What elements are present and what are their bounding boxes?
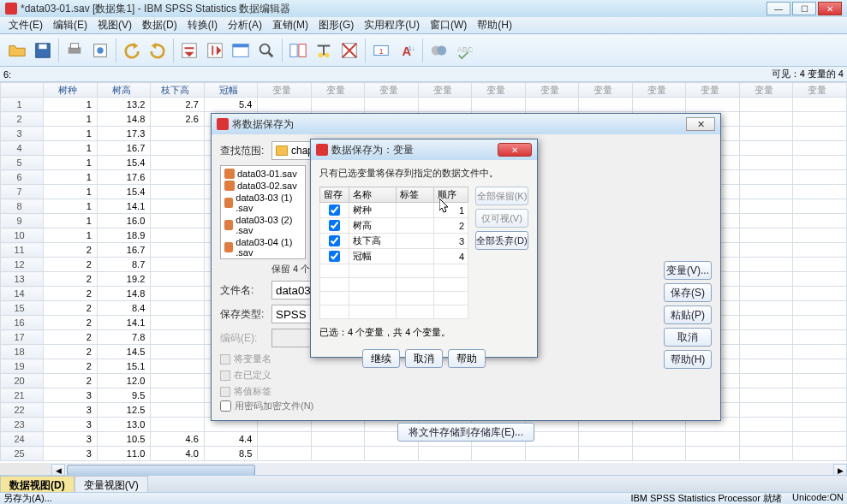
dialog-icon bbox=[316, 144, 328, 156]
svg-point-10 bbox=[260, 44, 270, 53]
maximize-button[interactable]: ☐ bbox=[792, 2, 816, 15]
svg-point-21 bbox=[437, 45, 446, 55]
file-list[interactable]: data03-01.savdata03-02.savdata03-03 (1) … bbox=[220, 165, 306, 259]
svg-text:1↓: 1↓ bbox=[409, 44, 415, 52]
sav-file-icon bbox=[224, 169, 235, 179]
cancel-button[interactable]: 取消 bbox=[664, 328, 712, 347]
cancel-button-2[interactable]: 取消 bbox=[405, 349, 443, 368]
chk-defined bbox=[220, 371, 230, 381]
status-unicode: Unicode:ON bbox=[792, 492, 844, 504]
svg-rect-3 bbox=[70, 43, 78, 48]
save-data-dialog-title[interactable]: 将数据保存为 ✕ bbox=[212, 114, 720, 134]
find-icon[interactable] bbox=[254, 39, 278, 62]
status-processor: IBM SPSS Statistics Processor 就绪 bbox=[630, 492, 782, 504]
redo-icon[interactable] bbox=[146, 39, 170, 62]
toolbar: 1 A1↓ ABC bbox=[0, 34, 847, 67]
spellcheck-icon[interactable]: ABC bbox=[452, 39, 476, 62]
svg-rect-9 bbox=[233, 44, 248, 47]
svg-rect-12 bbox=[299, 44, 306, 56]
save-data-dialog-close[interactable]: ✕ bbox=[686, 117, 715, 131]
weight-icon[interactable] bbox=[312, 39, 336, 62]
sav-file-icon bbox=[224, 181, 235, 191]
svg-point-13 bbox=[319, 52, 324, 57]
continue-button[interactable]: 继续 bbox=[362, 349, 400, 368]
menu-help[interactable]: 帮助(H) bbox=[472, 16, 517, 34]
menu-analyze[interactable]: 分析(A) bbox=[223, 16, 267, 34]
sav-file-icon bbox=[224, 220, 233, 230]
variables-icon[interactable] bbox=[229, 39, 253, 62]
svg-rect-11 bbox=[290, 44, 297, 56]
data-view-tab[interactable]: 数据视图(D) bbox=[0, 476, 75, 492]
app-icon bbox=[5, 3, 17, 15]
menubar: 文件(E) 编辑(E) 视图(V) 数据(D) 转换(I) 分析(A) 直销(M… bbox=[0, 17, 847, 34]
customize-icon[interactable] bbox=[426, 39, 450, 62]
menu-transform[interactable]: 转换(I) bbox=[182, 16, 223, 34]
sav-file-icon bbox=[224, 198, 233, 208]
variables-table[interactable]: 留存名称标签顺序树种1树高2枝下高3冠幅4 bbox=[319, 187, 468, 319]
menu-data[interactable]: 数据(D) bbox=[137, 16, 182, 34]
keep-checkbox[interactable] bbox=[329, 205, 340, 216]
value-labels-icon[interactable]: 1 bbox=[369, 39, 393, 62]
svg-point-5 bbox=[97, 47, 103, 53]
svg-text:1: 1 bbox=[379, 46, 383, 55]
view-tabs: 数据视图(D) 变量视图(V) bbox=[0, 475, 847, 492]
visible-only-button[interactable]: 仅可视(V) bbox=[475, 209, 528, 228]
drop-all-button[interactable]: 全部丢弃(D) bbox=[475, 231, 528, 250]
paste-button[interactable]: 粘贴(P) bbox=[664, 305, 712, 324]
undo-icon[interactable] bbox=[120, 39, 144, 62]
menu-file[interactable]: 文件(E) bbox=[3, 16, 48, 34]
variables-button[interactable]: 变量(V)... bbox=[664, 261, 712, 280]
menu-window[interactable]: 窗口(W) bbox=[425, 16, 472, 34]
recall-icon[interactable] bbox=[88, 39, 112, 62]
svg-text:ABC: ABC bbox=[457, 44, 474, 53]
menu-marketing[interactable]: 直销(M) bbox=[267, 16, 313, 34]
menu-graphs[interactable]: 图形(G) bbox=[313, 16, 359, 34]
help-button[interactable]: 帮助(H) bbox=[664, 350, 712, 369]
print-icon[interactable] bbox=[63, 39, 86, 62]
file-item[interactable]: data03-03 (2) .sav bbox=[223, 214, 303, 236]
visible-variables-label: 可见：4 变量的 4 bbox=[772, 68, 844, 80]
goto-var-icon[interactable] bbox=[203, 39, 227, 62]
selected-info: 已选：4 个变量，共 4 个变量。 bbox=[319, 326, 528, 339]
menu-utilities[interactable]: 实用程序(U) bbox=[359, 16, 425, 34]
file-item[interactable]: data03-02.sav bbox=[223, 180, 303, 192]
store-to-repo-button[interactable]: 将文件存储到存储库(E)... bbox=[397, 423, 534, 442]
goto-case-icon[interactable] bbox=[177, 39, 201, 62]
open-icon[interactable] bbox=[5, 39, 29, 62]
keep-checkbox[interactable] bbox=[329, 220, 340, 231]
sav-file-icon bbox=[224, 242, 233, 252]
close-button[interactable]: ✕ bbox=[818, 2, 842, 15]
use-sets-icon[interactable]: A1↓ bbox=[395, 39, 419, 62]
chk-encrypt[interactable] bbox=[220, 400, 231, 412]
filename-label: 文件名: bbox=[220, 283, 271, 298]
menu-view[interactable]: 视图(V) bbox=[92, 16, 137, 34]
file-item[interactable]: data03-04 (1) .sav bbox=[223, 236, 303, 258]
dialog-icon bbox=[217, 118, 229, 130]
split-file-icon[interactable] bbox=[286, 39, 310, 62]
folder-icon bbox=[276, 145, 288, 156]
keep-checkbox[interactable] bbox=[329, 235, 340, 246]
window-title: *data03-01.sav [数据集1] - IBM SPSS Statist… bbox=[21, 2, 290, 16]
select-cases-icon[interactable] bbox=[337, 39, 361, 62]
svg-point-14 bbox=[325, 52, 330, 57]
minimize-button[interactable]: — bbox=[766, 2, 790, 15]
keep-all-button[interactable]: 全部保留(K) bbox=[475, 187, 528, 205]
save-icon[interactable] bbox=[31, 39, 55, 62]
svg-rect-1 bbox=[39, 44, 46, 49]
statusbar: 另存为(A)... IBM SPSS Statistics Processor … bbox=[0, 492, 847, 504]
savetype-label: 保存类型: bbox=[220, 307, 271, 322]
chk-writevar bbox=[220, 354, 230, 365]
variables-hint: 只有已选变量将保存到指定的数据文件中。 bbox=[319, 167, 528, 180]
menu-edit[interactable]: 编辑(E) bbox=[48, 16, 92, 34]
save-button[interactable]: 保存(S) bbox=[664, 283, 712, 302]
status-left: 另存为(A)... bbox=[3, 492, 52, 504]
keep-checkbox[interactable] bbox=[329, 251, 340, 262]
save-variables-dialog-title[interactable]: 数据保存为：变量 ✕ bbox=[311, 139, 537, 160]
variable-view-tab[interactable]: 变量视图(V) bbox=[75, 476, 148, 492]
save-variables-dialog-close[interactable]: ✕ bbox=[498, 143, 532, 157]
file-item[interactable]: data03-01.sav bbox=[223, 168, 303, 180]
chk-vallabels bbox=[220, 387, 230, 397]
file-item[interactable]: data03-03 (1) .sav bbox=[223, 192, 303, 214]
help-button-2[interactable]: 帮助 bbox=[448, 349, 486, 368]
encode-label: 编码(E): bbox=[220, 331, 271, 346]
